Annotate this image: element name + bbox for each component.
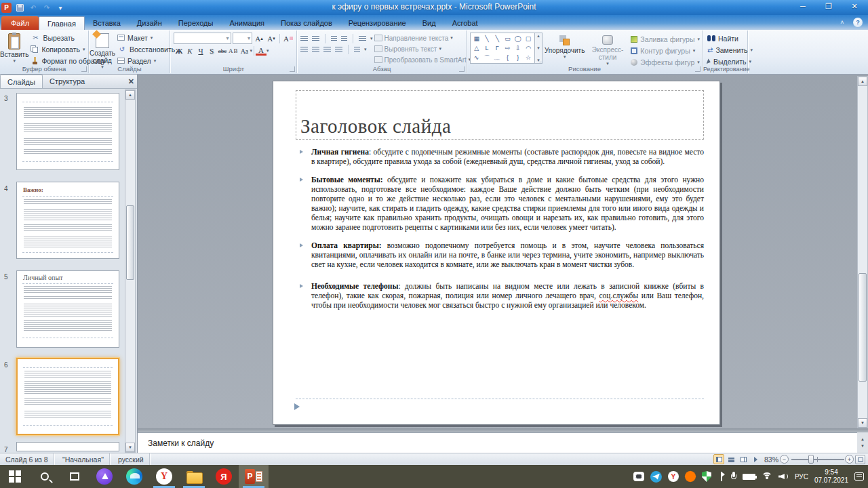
underline-button[interactable]: Ч [195,45,206,56]
slide-thumbnail-5[interactable]: Личный опыт [16,270,119,348]
tray-telegram-icon[interactable] [650,471,662,483]
maximize-button[interactable]: ❐ [819,0,838,12]
slide-thumbnail-6-selected[interactable] [16,358,119,435]
tray-volume-icon[interactable] [778,472,789,481]
shapes-gallery-scroll[interactable]: ▲▼▼̲ [535,33,543,64]
taskbar-powerpoint-button[interactable]: P [239,465,269,488]
shape-right-brace-icon[interactable]: } [517,55,519,61]
tab-slides-thumbnails[interactable]: Слайды [0,75,43,88]
paragraph-dialog-launcher-icon[interactable] [459,66,465,72]
slide-bullet-2[interactable]: Бытовые моменты: обсудите и покажите как… [296,175,704,232]
numbering-icon[interactable] [312,36,319,42]
shape-outline-button[interactable]: Контур фигуры▾ [629,45,702,56]
taskbar-yandex-browser-button[interactable]: Y [149,465,179,488]
tab-outline[interactable]: Структура [43,75,92,88]
decrease-indent-icon[interactable] [331,36,337,42]
zoom-slider-thumb[interactable] [808,455,814,464]
font-dialog-launcher-icon[interactable] [290,66,295,72]
tab-animations[interactable]: Анимация [221,16,273,30]
theme-name[interactable]: "Начальная" [57,453,110,466]
task-view-button[interactable] [60,465,90,488]
tray-yandex-icon[interactable]: Y [668,471,679,482]
slide-body-placeholder[interactable]: Личная гигиена: обсудите с подопечным ре… [296,147,704,319]
shape-left-brace-icon[interactable]: { [507,55,509,61]
align-right-icon[interactable] [323,47,331,53]
paste-button[interactable]: Вставить▾ [0,30,28,70]
slide-thumbnail-7[interactable] [16,442,119,451]
align-text-button[interactable]: Выровнять текст▾ [374,43,471,54]
bold-button[interactable]: Ж [174,45,184,56]
tray-microphone-icon[interactable] [731,472,736,481]
new-slide-button[interactable]: Создать слайд▾ [90,30,115,70]
shrink-font-button[interactable]: А▾ [266,33,277,44]
slide-bullet-3[interactable]: Оплата квартиры: возможно подопечному по… [296,241,704,269]
slide-bullet-1[interactable]: Личная гигиена: обсудите с подопечным ре… [296,147,704,166]
start-button[interactable] [0,465,30,488]
shape-star-icon[interactable]: ☆ [526,55,531,61]
tray-discord-icon[interactable] [633,472,644,481]
shape-rounded-rect-icon[interactable]: ▢ [526,36,532,42]
notes-pane[interactable]: Заметки к слайду [138,432,857,453]
zoom-in-button[interactable]: + [845,455,854,464]
scrollbar-thumb[interactable] [859,273,867,382]
language-indicator[interactable]: русский [113,453,150,466]
strikethrough-button[interactable]: abc [217,45,228,56]
taskbar-alice-button[interactable] [90,465,119,488]
shape-down-arrow-icon[interactable]: ⇩ [515,45,521,52]
scrollbar-thumb[interactable] [126,205,134,280]
bullets-icon[interactable] [300,36,308,42]
shape-elbow-arrow-icon[interactable]: Γ [496,45,499,52]
zoom-out-button[interactable]: − [780,455,789,464]
tray-avast-icon[interactable] [685,471,696,482]
tab-home[interactable]: Главная [39,16,85,30]
slide-thumbnail-4[interactable]: Важно: [16,182,119,259]
grow-font-button[interactable]: А▴ [254,33,264,44]
main-vertical-scrollbar[interactable]: ▲ ▼ [857,76,868,428]
previous-slide-icon[interactable]: ▲ [861,437,865,441]
text-direction-button[interactable]: Направление текста▾ [374,33,471,43]
tab-file[interactable]: Файл [1,16,39,30]
shape-oval-icon[interactable]: ◯ [515,36,521,42]
slide-canvas[interactable]: Заголовок слайда Личная гигиена: обсудит… [273,81,720,425]
shape-triangle-icon[interactable]: △ [474,45,479,52]
font-color-button[interactable]: А [256,46,267,56]
normal-view-button[interactable] [713,454,724,464]
scroll-up-icon[interactable]: ▲ [125,90,135,100]
convert-smartart-button[interactable]: Преобразовать в SmartArt▾ [374,54,471,65]
taskbar-clock[interactable]: 9:54 07.07.2021 [814,468,848,485]
taskbar-yandex-app-button[interactable]: Я [209,465,239,488]
increase-indent-icon[interactable] [341,36,347,42]
slide-title-placeholder[interactable]: Заголовок слайда [296,90,704,140]
shape-elbow-icon[interactable]: L [485,45,488,52]
taskbar-search-button[interactable] [30,465,60,488]
shape-scribble-icon[interactable]: ∿ [474,55,479,61]
tab-view[interactable]: Вид [414,16,444,30]
slideshow-view-button[interactable] [750,454,761,464]
tray-security-shield-icon[interactable] [702,471,711,482]
italic-button[interactable]: К [184,45,195,56]
shapes-gallery[interactable]: ▦ ╲ ╲ ▭ ◯ ▢ △ L Γ ⇨ ⇩ ◠ ∿ ⌒ ﹏ { } ☆ [470,33,535,64]
shape-fill-button[interactable]: Заливка фигуры▾ [629,33,702,45]
tab-review[interactable]: Рецензирование [340,16,414,30]
columns-icon[interactable] [354,47,360,53]
slides-panel-scrollbar[interactable]: ▲ ▼ [125,89,136,453]
reading-view-button[interactable] [738,454,749,464]
line-spacing-icon[interactable] [359,36,366,42]
slide-thumbnail-3[interactable] [16,93,119,170]
font-name-combobox[interactable]: ▾ [174,33,231,44]
align-center-icon[interactable] [312,47,319,53]
zoom-slider-track[interactable] [791,459,844,460]
tab-slideshow[interactable]: Показ слайдов [273,16,340,30]
change-case-button[interactable]: Аа [239,45,250,56]
scroll-down-icon[interactable]: ▼ [125,443,135,452]
shape-arc-icon[interactable]: ◠ [526,45,531,52]
scroll-up-icon[interactable]: ▲ [858,77,867,86]
next-slide-icon[interactable]: ▼ [861,444,865,448]
collapse-ribbon-icon[interactable]: ˄ [837,18,848,27]
find-button[interactable]: Найти [703,33,747,44]
taskbar-edge-button[interactable] [119,465,149,488]
tab-design[interactable]: Дизайн [129,16,170,30]
justify-icon[interactable] [335,47,342,53]
tray-battery-icon[interactable] [743,474,755,480]
drawing-dialog-launcher-icon[interactable] [695,66,701,72]
